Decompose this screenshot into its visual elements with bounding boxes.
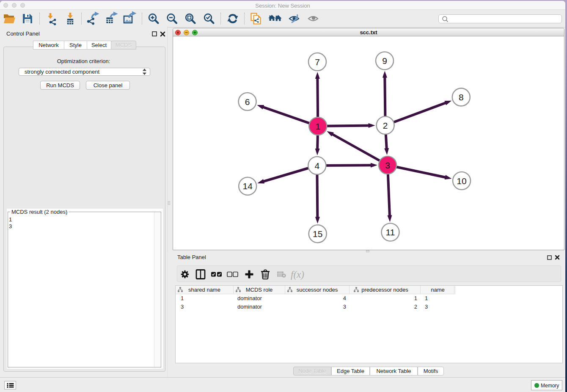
svg-text:8: 8 — [459, 92, 464, 102]
svg-text:1: 1 — [315, 121, 320, 131]
svg-text:14: 14 — [243, 181, 253, 191]
svg-text:6: 6 — [245, 97, 250, 107]
svg-text:3: 3 — [385, 160, 390, 170]
svg-text:15: 15 — [313, 229, 322, 239]
svg-text:2: 2 — [383, 121, 388, 130]
svg-text:f(x): f(x) — [291, 269, 304, 280]
svg-text:10: 10 — [457, 176, 466, 186]
svg-text:11: 11 — [386, 227, 395, 237]
svg-text:7: 7 — [315, 57, 320, 67]
svg-text:9: 9 — [382, 56, 387, 66]
svg-text:4: 4 — [314, 161, 319, 171]
